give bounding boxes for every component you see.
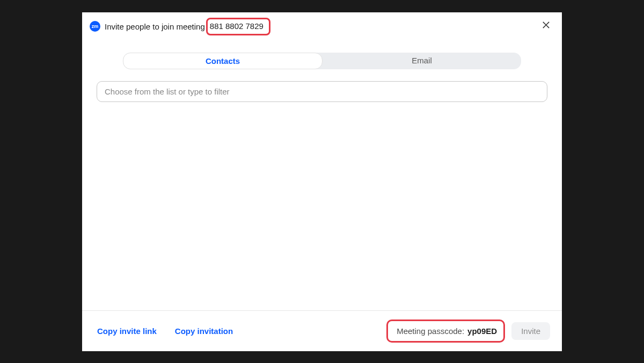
meeting-id-highlight: 881 8802 7829: [206, 18, 270, 35]
tab-email[interactable]: Email: [323, 53, 521, 69]
invite-dialog: zm Invite people to join meeting 881 880…: [82, 12, 562, 351]
copy-invitation-button[interactable]: Copy invitation: [175, 326, 233, 336]
meeting-passcode-highlight: Meeting passcode: yp09ED: [386, 320, 505, 343]
contact-filter-input[interactable]: [97, 81, 547, 102]
dialog-title: Invite people to join meeting 881 8802 7…: [105, 18, 270, 35]
copy-invite-link-button[interactable]: Copy invite link: [97, 326, 157, 336]
meeting-id: 881 8802 7829: [210, 21, 264, 31]
invite-button[interactable]: Invite: [511, 322, 550, 340]
close-icon: [541, 20, 551, 30]
filter-input-wrap: [97, 81, 547, 102]
contacts-list-area: [82, 102, 562, 310]
zoom-app-icon: zm: [90, 21, 100, 32]
dialog-footer: Copy invite link Copy invitation Meeting…: [82, 310, 562, 351]
zoom-app-icon-label: zm: [92, 24, 99, 29]
close-button[interactable]: [539, 19, 552, 32]
passcode-label: Meeting passcode:: [397, 326, 464, 336]
tab-group: Contacts Email: [123, 53, 521, 69]
tab-contacts[interactable]: Contacts: [123, 53, 323, 69]
title-prefix: Invite people to join meeting: [105, 22, 205, 31]
dialog-titlebar: zm Invite people to join meeting 881 880…: [82, 12, 562, 40]
passcode-value: yp09ED: [467, 326, 497, 336]
